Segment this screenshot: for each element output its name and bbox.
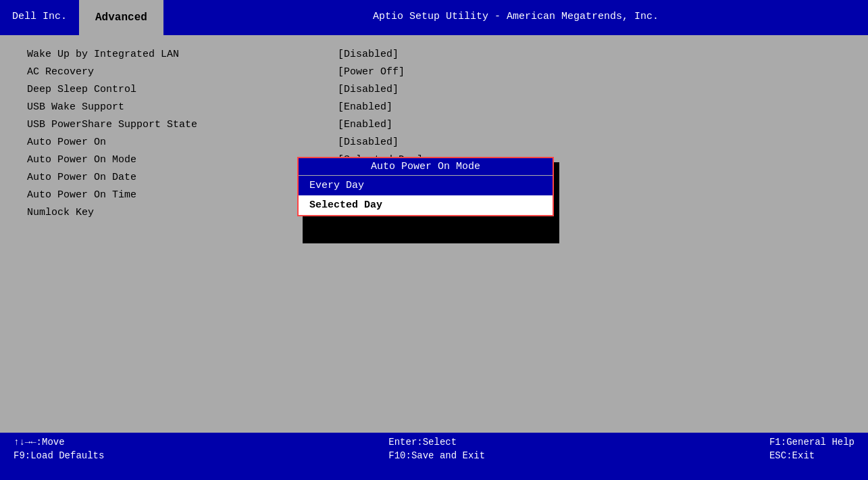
setting-label-1: AC Recovery xyxy=(27,64,338,81)
dropdown-title: Auto Power On Mode xyxy=(299,158,553,176)
setting-value-1: [Power Off] xyxy=(338,64,405,81)
setting-label-5: Auto Power On xyxy=(27,134,338,151)
setting-label-8: Auto Power On Time xyxy=(27,187,338,204)
dropdown-item-0[interactable]: Every Day xyxy=(299,176,553,195)
setting-value-3: [Enabled] xyxy=(338,99,392,116)
footer-center-item-0: Enter:Select xyxy=(388,437,485,448)
footer-bar: ↑↓→←:MoveF9:Load Defaults Enter:SelectF1… xyxy=(0,433,868,480)
setting-value-2: [Disabled] xyxy=(338,81,399,99)
dropdown-overlay: Auto Power On Mode Every DaySelected Day xyxy=(297,157,554,216)
setting-value-0: [Disabled] xyxy=(338,46,399,64)
setting-label-9: Numlock Key xyxy=(27,204,338,222)
tab-advanced[interactable]: Advanced xyxy=(79,0,163,35)
setting-row-1[interactable]: AC Recovery[Power Off] xyxy=(27,64,841,81)
footer-center-item-1: F10:Save and Exit xyxy=(388,450,485,461)
footer-right-item-0: F1:General Help xyxy=(769,437,854,448)
footer-left: ↑↓→←:MoveF9:Load Defaults xyxy=(14,437,104,461)
header-bar: Dell Inc. Advanced Aptio Setup Utility -… xyxy=(0,0,868,35)
dropdown-item-1[interactable]: Selected Day xyxy=(299,195,553,215)
main-content: Wake Up by Integrated LAN[Disabled]AC Re… xyxy=(0,35,868,433)
aptio-title: Aptio Setup Utility - American Megatrend… xyxy=(163,0,868,35)
setting-row-5[interactable]: Auto Power On[Disabled] xyxy=(27,134,841,151)
bios-screen: Dell Inc. Advanced Aptio Setup Utility -… xyxy=(0,0,868,480)
setting-value-4: [Enabled] xyxy=(338,116,392,134)
setting-label-0: Wake Up by Integrated LAN xyxy=(27,46,338,64)
setting-label-7: Auto Power On Date xyxy=(27,169,338,187)
setting-label-4: USB PowerShare Support State xyxy=(27,116,338,134)
brand-label: Dell Inc. xyxy=(0,0,79,35)
setting-row-3[interactable]: USB Wake Support[Enabled] xyxy=(27,99,841,116)
dropdown-box: Auto Power On Mode Every DaySelected Day xyxy=(297,157,554,216)
setting-row-0[interactable]: Wake Up by Integrated LAN[Disabled] xyxy=(27,46,841,64)
footer-left-item-1: F9:Load Defaults xyxy=(14,450,104,461)
setting-row-2[interactable]: Deep Sleep Control[Disabled] xyxy=(27,81,841,99)
footer-center: Enter:SelectF10:Save and Exit xyxy=(388,437,485,461)
footer-left-item-0: ↑↓→←:Move xyxy=(14,437,104,448)
setting-value-5: [Disabled] xyxy=(338,134,399,151)
setting-label-2: Deep Sleep Control xyxy=(27,81,338,99)
footer-right: F1:General HelpESC:Exit xyxy=(769,437,854,461)
setting-row-4[interactable]: USB PowerShare Support State[Enabled] xyxy=(27,116,841,134)
footer-right-item-1: ESC:Exit xyxy=(769,450,854,461)
setting-label-6: Auto Power On Mode xyxy=(27,151,338,169)
setting-label-3: USB Wake Support xyxy=(27,99,338,116)
dropdown-items: Every DaySelected Day xyxy=(299,176,553,215)
